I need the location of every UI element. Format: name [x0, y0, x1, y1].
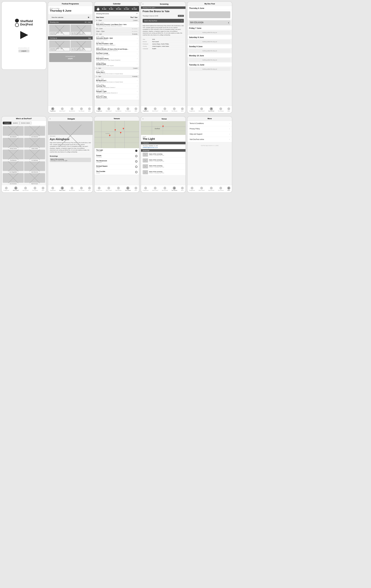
person-card[interactable]: Lumir Bachanv: [24, 126, 45, 137]
film-card[interactable]: Generation Wealth + Q&AShowroom 1: [49, 41, 70, 51]
nav-whos[interactable]: Who's here?: [13, 187, 19, 191]
privacy-item[interactable]: Privacy Policy ›: [187, 126, 232, 131]
screening-item[interactable]: Name of the screening Thu 6, 14:30 @ The…: [189, 20, 230, 25]
person-card[interactable]: Alex Edwards: [3, 126, 24, 137]
nav-venues[interactable]: The Venues: [218, 187, 224, 191]
tab-decision-makers[interactable]: Decision makers: [20, 122, 32, 124]
visit-item[interactable]: Visit DocFest online ›: [187, 137, 232, 142]
venue-list-item-crucible[interactable]: The Crucible Screen ○: [94, 169, 139, 175]
nav-mydoc[interactable]: My DocFest: [162, 187, 168, 191]
nav-mydoc[interactable]: My DocFest: [208, 187, 214, 191]
tab-delegates[interactable]: Delegates: [3, 122, 11, 124]
nav-whos[interactable]: Who's here?: [152, 187, 158, 191]
cal-day-sat[interactable]: Sat 9 Jun: [109, 7, 113, 11]
event-item[interactable]: 12:00 – 13:33 Our New President + Q&A PB…: [94, 41, 139, 46]
nav-venues[interactable]: The Venues: [79, 107, 84, 112]
cal-day-thu[interactable]: Thu 7 Jun: [97, 7, 99, 11]
film-card[interactable]: Generation Wealth + Q&AShowroom 1: [49, 25, 70, 36]
event-item[interactable]: 13:00 – 14:00 Power Hour 1 The Light Cin…: [94, 70, 139, 75]
nav-mydoc[interactable]: My DocFest: [69, 187, 75, 191]
nav-more[interactable]: More: [181, 107, 184, 112]
person-card[interactable]: Jude Bowman: [24, 161, 45, 173]
nav-whos[interactable]: Who's here?: [199, 107, 205, 112]
nav-programme[interactable]: Programme: [50, 107, 56, 112]
nav-whos[interactable]: Who's here?: [59, 107, 65, 112]
nav-whos[interactable]: Who's here?: [106, 187, 112, 191]
screening-mini-card[interactable]: Name of the screening Thursday 6, 14:30 …: [50, 158, 91, 162]
nav-mydoc[interactable]: My DocFest: [115, 187, 122, 191]
back-button[interactable]: ‹: [143, 117, 143, 120]
screening-list-item[interactable]: Name of the screening Screen 1, Thursday…: [141, 158, 186, 163]
event-item[interactable]: 12:00 – 13:51 Without Brutally: 25 Years…: [94, 46, 139, 52]
nav-programme[interactable]: Programme: [96, 107, 102, 112]
nav-more[interactable]: More: [88, 187, 91, 191]
back-button[interactable]: ‹: [50, 117, 51, 120]
view-calendar-button[interactable]: View the calendar ▦: [50, 15, 91, 19]
person-card[interactable]: Tsutsu Ichiha: [24, 138, 45, 149]
event-item[interactable]: 12:00 – 17:00 Head Space Shorts Exchange…: [94, 56, 139, 62]
screening-list-item[interactable]: Name of the screening Screen 1, Thursday…: [141, 163, 186, 169]
event-item[interactable]: 14:00 – 15:00 Me Myself and I The Light …: [94, 78, 139, 83]
showing-all-button[interactable]: Showing All Events ▾: [94, 12, 139, 16]
event-item[interactable]: 12:00 – 14:08 Generation Wealth + Q&A Sh…: [94, 36, 139, 41]
nav-programme[interactable]: Programme: [143, 187, 148, 191]
nav-whos[interactable]: Who's here?: [199, 187, 205, 191]
nav-venues[interactable]: The Venues: [125, 107, 131, 112]
nav-programme[interactable]: Programme: [189, 187, 195, 191]
nav-more[interactable]: More: [134, 107, 137, 112]
map-pin-showroom[interactable]: 📍: [108, 135, 111, 137]
nav-mydoc[interactable]: My DocFest: [208, 107, 214, 112]
venue-list-item-orchard[interactable]: Orchard Square Screen ○: [94, 164, 139, 169]
map-pin-orchard[interactable]: 📍: [122, 128, 125, 131]
terms-item[interactable]: Terms & Conditions ›: [187, 121, 232, 126]
nav-programme[interactable]: Programme: [96, 187, 102, 191]
cal-day-sun[interactable]: Sun 10 Jun: [116, 7, 121, 11]
event-item[interactable]: 14:00 – 15:31 Counting Tiles PBS America…: [94, 83, 139, 89]
nav-more[interactable]: More: [42, 187, 44, 191]
cal-day-mon[interactable]: Mon 11 Jun: [124, 7, 129, 11]
nav-more[interactable]: More: [227, 107, 230, 112]
event-item[interactable]: 14:00 – 15:52 Room For a Man Showroom Ci…: [94, 94, 139, 100]
nav-venues[interactable]: The Venues: [171, 187, 177, 191]
tab-speakers[interactable]: Speakers: [11, 122, 20, 124]
nav-more[interactable]: More: [88, 107, 91, 112]
person-card[interactable]: Ku Jianhong: [24, 150, 45, 161]
nav-more[interactable]: More: [181, 187, 184, 191]
nav-programme[interactable]: Programme: [50, 187, 56, 191]
nav-whos[interactable]: Who's here?: [152, 107, 158, 112]
nav-more[interactable]: More: [227, 187, 230, 191]
person-card[interactable]: Najef El Azam: [24, 173, 45, 184]
event-item[interactable]: 14:15 – 15:39 Panoptic + Q&A Yorkshire B…: [94, 89, 139, 94]
add-to-mydocfest-button[interactable]: Add to My DocFest +: [143, 19, 184, 23]
nav-mydoc[interactable]: My DocFest: [162, 107, 168, 112]
cal-day-fri[interactable]: Fri 8 Jun: [102, 7, 106, 11]
event-item[interactable]: 12:00 – 22:00 DOUBLETHINK DOUBLEThink on…: [94, 62, 139, 67]
nav-programme[interactable]: Programme: [143, 107, 148, 112]
nav-whos[interactable]: Who's here?: [106, 107, 112, 112]
person-card[interactable]: Ivan Magalhães: [3, 161, 24, 173]
event-item[interactable]: 09:15 – 10:59 Early Doors Presents: Love…: [94, 22, 139, 27]
nav-whos[interactable]: Who's here?: [59, 187, 65, 191]
screening-list-item[interactable]: Name of the screening Screen 1, Thursday…: [141, 152, 186, 158]
map-pin-light[interactable]: 📍: [114, 129, 117, 132]
nav-programme[interactable]: Programme: [189, 107, 195, 112]
person-card[interactable]: Ava Gregoraci: [3, 173, 24, 184]
nav-venues[interactable]: The Venues: [79, 187, 84, 191]
film-card[interactable]: Our New President + Q&APBS America Showr…: [71, 41, 92, 51]
event-item[interactable]: DocPlayer Lounge Industry Co-Work Space …: [94, 52, 139, 56]
nav-mydoc[interactable]: My DocFest: [23, 187, 29, 191]
nav-venues[interactable]: The Venues: [218, 107, 224, 112]
nav-venues[interactable]: The Venues: [32, 187, 38, 191]
venue-list-item-light[interactable]: The Light 4 Screens 4: [94, 148, 139, 154]
cal-day-tue[interactable]: Tue 12 Jun: [132, 7, 137, 11]
map-pin-curzon[interactable]: 📍: [119, 132, 122, 135]
share-icon[interactable]: ⬆: [228, 22, 229, 24]
nav-programme[interactable]: Programme: [3, 187, 9, 191]
nav-more[interactable]: More: [134, 187, 137, 191]
nav-venues[interactable]: The Venues: [125, 187, 131, 191]
venues-map[interactable]: Sheffield 📍 📍 📍 📍: [94, 121, 139, 148]
person-card[interactable]: Tua Manuera: [3, 150, 24, 161]
back-button[interactable]: ‹: [143, 3, 143, 5]
help-item[interactable]: Help and Support ›: [187, 131, 232, 137]
venue-list-item-curzon[interactable]: Curzon 2 Screens 2: [94, 154, 139, 159]
